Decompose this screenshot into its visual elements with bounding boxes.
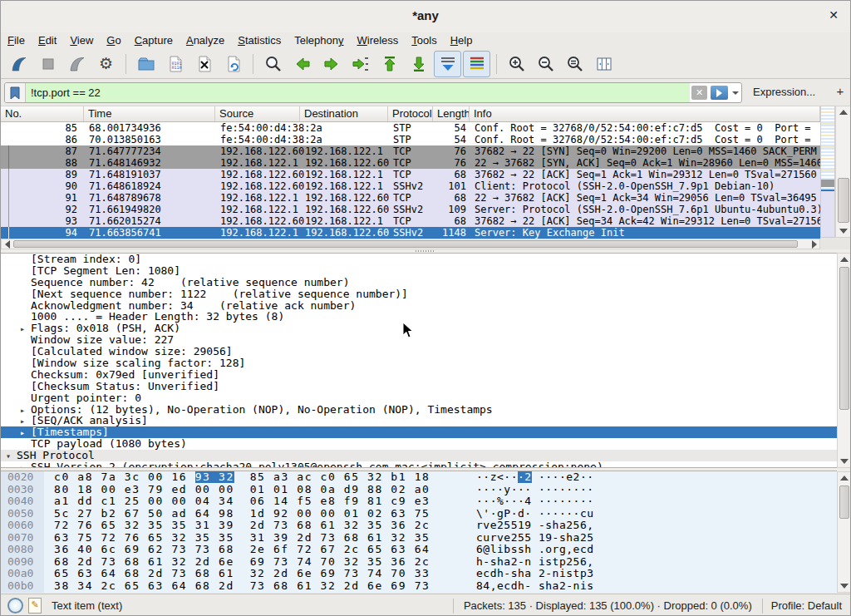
scrollbar-thumb[interactable]	[838, 178, 849, 223]
scroll-down-icon[interactable]	[838, 580, 851, 592]
menu-statistics[interactable]: Statistics	[231, 32, 288, 49]
hex-row[interactable]: 007063 75 72 76 65 32 35 35 31 39 2d 73 …	[1, 532, 837, 545]
filter-add-button[interactable]: +	[834, 82, 847, 101]
autoscroll-icon[interactable]	[434, 51, 461, 77]
scroll-left-icon[interactable]	[2, 239, 12, 249]
menu-telephony[interactable]: Telephony	[288, 32, 350, 49]
detail-line[interactable]: ▸[SEQ/ACK analysis]	[1, 415, 837, 426]
detail-line[interactable]: ▸SSH Version 2 (encryption:chacha20-poly…	[1, 461, 837, 468]
find-packet-icon[interactable]	[259, 51, 287, 77]
filter-bookmark-icon[interactable]	[5, 83, 26, 102]
close-file-icon[interactable]	[190, 51, 218, 77]
reload-file-icon[interactable]	[219, 51, 247, 77]
detail-line[interactable]: Acknowledgment number: 34 (relative ack …	[1, 300, 837, 312]
collapsed-icon[interactable]: ▸	[20, 405, 31, 416]
packet-row[interactable]: 9371.662015274192.168.122.60192.168.122.…	[1, 215, 820, 227]
colorize-icon[interactable]	[463, 51, 490, 77]
packet-row[interactable]: 9171.648789678192.168.122.1192.168.122.6…	[1, 192, 820, 204]
start-capture-icon[interactable]	[5, 51, 32, 77]
save-file-icon[interactable]: 01010110	[161, 51, 189, 77]
detail-line[interactable]: Urgent pointer: 0	[1, 392, 837, 404]
hex-row[interactable]: 003080 18 00 e3 79 ed 00 00 01 01 08 0a …	[1, 484, 837, 496]
packet-row[interactable]: 9471.663856741192.168.122.1192.168.122.6…	[1, 227, 820, 239]
column-header-protocol[interactable]: Protocol	[388, 106, 433, 121]
menu-wireless[interactable]: Wireless	[351, 32, 406, 49]
zoom-out-icon[interactable]	[532, 51, 559, 77]
detail-line[interactable]: Window size value: 227	[1, 334, 837, 346]
collapsed-icon[interactable]: ▸	[20, 416, 31, 427]
scrollbar-thumb[interactable]	[839, 485, 849, 519]
intelligent-scrollbar-minimap[interactable]	[820, 106, 835, 238]
detail-line[interactable]: 1000 .... = Header Length: 32 bytes (8)	[1, 311, 837, 323]
detail-line[interactable]: [Next sequence number: 1122 (relative se…	[1, 288, 837, 300]
hex-row[interactable]: 009068 2d 73 68 61 32 2d 6e 69 73 74 70 …	[1, 556, 837, 569]
menu-help[interactable]: Help	[444, 32, 480, 49]
column-header-info[interactable]: Info	[470, 106, 820, 121]
collapsed-icon[interactable]: ▸	[20, 323, 31, 335]
go-first-icon[interactable]	[376, 51, 403, 77]
menu-file[interactable]: File	[1, 32, 32, 49]
capture-options-icon[interactable]: ⚙	[92, 51, 120, 77]
zoom-in-icon[interactable]	[503, 51, 530, 77]
collapsed-icon[interactable]: ▸	[20, 427, 31, 439]
expanded-icon[interactable]: ▾	[6, 451, 17, 462]
packet-row[interactable]: 9071.648618924192.168.122.60192.168.122.…	[1, 180, 820, 192]
hex-row[interactable]: 006072 76 65 32 35 35 31 39 2d 73 68 61 …	[1, 520, 837, 532]
hex-row[interactable]: 008036 40 6c 69 62 73 73 68 2e 6f 72 67 …	[1, 544, 837, 556]
stop-capture-icon[interactable]	[34, 51, 61, 77]
packet-bytes-pane[interactable]: 0020c0 a8 7a 3c 00 16 93 32 85 a3 ac c0 …	[1, 471, 837, 593]
hex-row[interactable]: 0040a1 dd c1 25 00 00 04 34 06 14 f5 e8 …	[1, 495, 837, 508]
packet-row[interactable]: 8971.648191037192.168.122.60192.168.122.…	[1, 169, 820, 180]
packet-list-hscrollbar[interactable]	[1, 239, 820, 249]
resize-columns-icon[interactable]	[590, 51, 617, 77]
goto-packet-icon[interactable]	[347, 51, 374, 77]
go-forward-icon[interactable]	[317, 51, 345, 77]
scroll-up-icon[interactable]	[838, 472, 851, 484]
column-header-destination[interactable]: Destination	[300, 106, 388, 121]
packet-list-header[interactable]: No.TimeSourceDestinationProtocolLengthIn…	[1, 106, 820, 122]
hex-row[interactable]: 00505c 27 b2 67 50 ad 64 98 1d 92 00 00 …	[1, 508, 837, 520]
scroll-up-icon[interactable]	[838, 254, 851, 265]
hex-row[interactable]: 0020c0 a8 7a 3c 00 16 93 32 85 a3 ac c0 …	[1, 471, 837, 484]
details-scrollbar[interactable]	[837, 253, 851, 468]
detail-line[interactable]: [Window size scaling factor: 128]	[1, 357, 837, 369]
detail-line[interactable]: [TCP Segment Len: 1080]	[1, 265, 837, 277]
detail-line[interactable]: ▸Flags: 0x018 (PSH, ACK)	[1, 323, 837, 334]
zoom-original-icon[interactable]	[561, 51, 588, 77]
detail-line[interactable]: [Stream index: 0]	[1, 254, 837, 265]
hscrollbar-thumb[interactable]	[13, 240, 798, 248]
column-header-source[interactable]: Source	[215, 106, 300, 121]
menu-view[interactable]: View	[63, 32, 100, 49]
scroll-down-icon[interactable]	[838, 456, 851, 467]
detail-line[interactable]: ▸Options: (12 bytes), No-Operation (NOP)…	[1, 404, 837, 416]
packet-row[interactable]: 8871.648146932192.168.122.1192.168.122.6…	[1, 157, 820, 169]
detail-line[interactable]: Checksum: 0x79ed [unverified]	[1, 369, 837, 381]
column-header-length[interactable]: Length	[433, 106, 470, 121]
go-back-icon[interactable]	[288, 51, 316, 77]
restart-capture-icon[interactable]	[63, 51, 91, 77]
filter-apply-icon[interactable]	[711, 86, 728, 100]
menu-analyze[interactable]: Analyze	[180, 32, 231, 49]
detail-line[interactable]: [Checksum Status: Unverified]	[1, 381, 837, 392]
hex-row[interactable]: 00b038 34 2c 65 63 64 68 2d 73 68 61 32 …	[1, 580, 837, 593]
packet-list-scrollbar[interactable]	[835, 106, 851, 238]
menu-capture[interactable]: Capture	[128, 32, 180, 49]
column-header-no[interactable]: No.	[1, 106, 84, 121]
close-icon[interactable]: ✕	[829, 8, 839, 22]
menu-edit[interactable]: Edit	[32, 32, 63, 49]
expert-info-icon[interactable]	[7, 598, 23, 614]
detail-line[interactable]: Sequence number: 42 (relative sequence n…	[1, 277, 837, 288]
scroll-right-icon[interactable]	[809, 239, 819, 249]
packet-row[interactable]: 8771.647777234192.168.122.60192.168.122.…	[1, 145, 820, 157]
go-last-icon[interactable]	[405, 51, 432, 77]
menu-go[interactable]: Go	[100, 32, 127, 49]
collapsed-icon[interactable]: ▸	[20, 462, 31, 468]
hex-row[interactable]: 00a065 63 64 68 2d 73 68 61 32 2d 6e 69 …	[1, 568, 837, 580]
detail-line[interactable]: TCP payload (1080 bytes)	[1, 438, 837, 450]
display-filter-input[interactable]	[26, 83, 690, 102]
detail-line[interactable]: ▸[Timestamps]	[1, 426, 837, 438]
profile-label[interactable]: Profile: Default	[762, 599, 850, 614]
column-header-time[interactable]: Time	[84, 106, 215, 121]
packet-row[interactable]: 8568.001734936fe:54:00:d4:38:2aSTP54Conf…	[1, 122, 820, 134]
hex-scrollbar[interactable]	[837, 471, 851, 593]
